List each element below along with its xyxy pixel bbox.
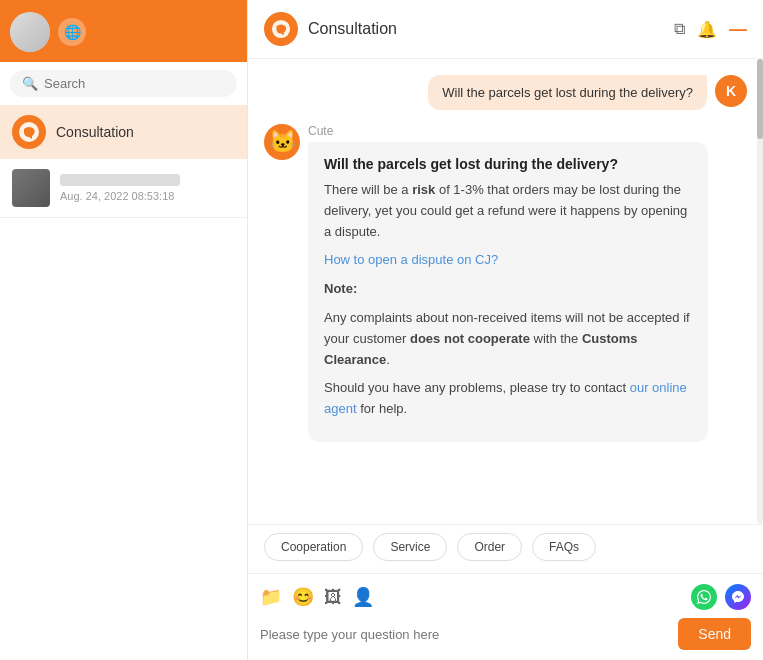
chat-text-input[interactable] (260, 623, 668, 646)
input-toolbar: 📁 😊 🖼 👤 (260, 584, 751, 610)
bell-icon[interactable]: 🔔 (697, 20, 717, 39)
chat-main: Consultation ⧉ 🔔 — Will the parcels get … (248, 0, 763, 660)
sidebar: 🌐 🔍 Consultation Aug. 24, 2022 08:53:18 (0, 0, 248, 660)
quick-reply-order[interactable]: Order (457, 533, 522, 561)
image-icon[interactable]: 🖼 (324, 587, 342, 608)
quick-reply-service[interactable]: Service (373, 533, 447, 561)
consultation-label: Consultation (56, 124, 134, 140)
chat-header-avatar (264, 12, 298, 46)
chat-thumbnail (12, 169, 50, 207)
chat-messages: Will the parcels get lost during the del… (248, 59, 763, 524)
chat-meta: Aug. 24, 2022 08:53:18 (60, 174, 235, 202)
user-message-text: Will the parcels get lost during the del… (442, 85, 693, 100)
quick-reply-cooperation[interactable]: Cooperation (264, 533, 363, 561)
sidebar-item-consultation[interactable]: Consultation (0, 105, 247, 159)
search-input-wrap: 🔍 (10, 70, 237, 97)
user-avatar (10, 12, 50, 52)
bot-message-note-body: Any complaints about non-received items … (324, 308, 692, 370)
search-bar: 🔍 (0, 62, 247, 105)
globe-icon[interactable]: 🌐 (58, 18, 86, 46)
search-icon: 🔍 (22, 76, 38, 91)
minimize-icon[interactable]: — (729, 19, 747, 40)
bot-message-p1: There will be a risk of 1-3% that orders… (324, 180, 692, 242)
bot-message-footer: Should you have any problems, please try… (324, 378, 692, 420)
scrollbar-track (757, 59, 763, 524)
chat-contact-name (60, 174, 180, 186)
consultation-avatar (12, 115, 46, 149)
folder-icon[interactable]: 📁 (260, 586, 282, 608)
bot-message-title: Will the parcels get lost during the del… (324, 156, 692, 172)
bot-message-link-row: How to open a dispute on CJ? (324, 250, 692, 271)
chat-header: Consultation ⧉ 🔔 — (248, 0, 763, 59)
bot-p1-pre: There will be a (324, 182, 412, 197)
note-bold-cooperate: does not cooperate (410, 331, 530, 346)
header-actions: ⧉ 🔔 — (674, 19, 747, 40)
user-message-row: Will the parcels get lost during the del… (264, 75, 747, 110)
scrollbar-thumb[interactable] (757, 59, 763, 139)
quick-reply-faqs[interactable]: FAQs (532, 533, 596, 561)
user-message-bubble: Will the parcels get lost during the del… (428, 75, 707, 110)
dispute-link[interactable]: How to open a dispute on CJ? (324, 252, 498, 267)
search-input[interactable] (44, 76, 225, 91)
bot-sender-name: Cute (308, 124, 708, 138)
send-button[interactable]: Send (678, 618, 751, 650)
note-label: Note: (324, 281, 357, 296)
emoji-icon[interactable]: 😊 (292, 586, 314, 608)
chat-input-area: 📁 😊 🖼 👤 Send (248, 573, 763, 660)
bot-p1-bold: risk (412, 182, 435, 197)
window-icon[interactable]: ⧉ (674, 20, 685, 38)
bot-message-row: 🐱 Cute Will the parcels get lost during … (264, 124, 747, 442)
whatsapp-icon[interactable] (691, 584, 717, 610)
bot-message-note: Note: (324, 279, 692, 300)
user-message-avatar: K (715, 75, 747, 107)
toolbar-right (691, 584, 751, 610)
chat-input-row: Send (260, 618, 751, 650)
bot-message-content: Cute Will the parcels get lost during th… (308, 124, 708, 442)
chat-timestamp: Aug. 24, 2022 08:53:18 (60, 190, 235, 202)
sidebar-header: 🌐 (0, 0, 247, 62)
chat-title: Consultation (308, 20, 664, 38)
agent-icon[interactable]: 👤 (352, 586, 374, 608)
sidebar-chat-item[interactable]: Aug. 24, 2022 08:53:18 (0, 159, 247, 218)
messenger-icon[interactable] (725, 584, 751, 610)
bot-message-bubble: Will the parcels get lost during the del… (308, 142, 708, 442)
bot-avatar: 🐱 (264, 124, 300, 160)
quick-replies: Cooperation Service Order FAQs (248, 524, 763, 573)
